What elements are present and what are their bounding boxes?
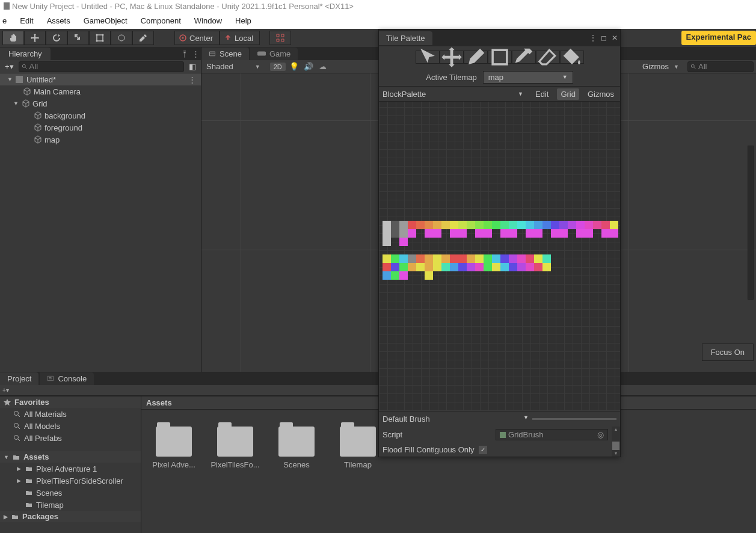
scene-scrollbar[interactable] [748,146,754,300]
palette-tile[interactable] [509,263,517,271]
palette-tile[interactable] [408,254,416,263]
handle-rotation-button[interactable]: Local [220,31,260,45]
palette-tile[interactable] [585,221,593,229]
palette-tile[interactable] [475,238,484,246]
palette-tile[interactable] [534,254,542,263]
palette-tile[interactable] [492,263,500,271]
palette-tile[interactable] [542,271,551,280]
project-folder[interactable]: PixelTilesFo... [212,427,258,533]
palette-tile[interactable] [391,254,399,263]
palette-tile[interactable] [610,221,618,229]
eraser-tool-button[interactable] [536,51,560,64]
palette-tile[interactable] [399,221,408,229]
palette-tile[interactable] [517,254,526,263]
hierarchy-scene-row[interactable]: ▼ Untitled* ⋮ [0,73,201,85]
palette-tile[interactable] [551,229,559,238]
menu-help[interactable]: Help [233,15,254,26]
palette-tile[interactable] [610,238,618,246]
palette-tile[interactable] [425,271,433,280]
scale-tool-button[interactable] [67,31,89,45]
palette-tile[interactable] [383,238,391,246]
palette-tile[interactable] [509,254,517,263]
hierarchy-item[interactable]: Main Camera [0,85,201,97]
2d-toggle[interactable]: 2D [270,63,286,71]
palette-tile[interactable] [416,229,425,238]
palette-tile[interactable] [576,229,585,238]
lighting-toggle-icon[interactable]: 💡 [288,62,300,71]
rect-tool-button[interactable] [89,31,111,45]
palette-tile[interactable] [593,221,601,229]
palette-tile[interactable] [559,229,568,238]
project-tab[interactable]: Project [0,372,38,385]
palette-tile[interactable] [484,263,492,271]
focus-on-button[interactable]: Focus On [702,344,754,361]
palette-tile[interactable] [585,238,593,246]
palette-tile[interactable] [399,271,408,280]
grid-snap-button[interactable] [269,31,291,45]
favorite-item[interactable]: All Models [0,420,141,432]
palette-tile[interactable] [433,271,441,280]
palette-tile[interactable] [526,238,534,246]
pivot-mode-button[interactable]: Center [174,31,220,45]
scene-tab[interactable]: Scene [201,48,249,60]
asset-folder-item[interactable]: Scenes [0,487,141,499]
expand-icon[interactable]: ▼ [4,454,9,460]
palette-tile[interactable] [416,254,425,263]
palette-tile[interactable] [433,254,441,263]
palette-tile[interactable] [441,254,450,263]
palette-tile[interactable] [408,238,416,246]
hierarchy-item[interactable]: ▼ Grid [0,97,201,109]
favorites-header[interactable]: Favorites [0,396,141,408]
palette-tile[interactable] [576,221,585,229]
palette-tile[interactable] [534,229,542,238]
palette-tile[interactable] [526,271,534,280]
palette-tile[interactable] [391,263,399,271]
palette-tile[interactable] [526,229,534,238]
palette-tile[interactable] [450,254,458,263]
palette-tile[interactable] [551,238,559,246]
palette-tile[interactable] [509,238,517,246]
palette-tile[interactable] [593,229,601,238]
palette-tile[interactable] [542,221,551,229]
palette-tile[interactable] [450,263,458,271]
palette-tile[interactable] [433,221,441,229]
palette-tile[interactable] [585,229,593,238]
palette-tile[interactable] [416,221,425,229]
palette-tile[interactable] [534,238,542,246]
palette-tile[interactable] [500,271,509,280]
favorite-item[interactable]: All Prefabs [0,432,141,444]
palette-tile[interactable] [534,263,542,271]
menu-file[interactable]: e [0,15,9,26]
palette-tile[interactable] [500,254,509,263]
assets-header[interactable]: ▼ Assets [0,451,141,463]
palette-tile[interactable] [441,221,450,229]
palette-tile[interactable] [568,229,576,238]
menu-window[interactable]: Window [192,15,224,26]
game-tab[interactable]: Game [250,48,298,60]
palette-tile[interactable] [542,238,551,246]
menu-gameobject[interactable]: GameObject [81,15,130,26]
palette-tile[interactable] [559,221,568,229]
palette-tile[interactable] [484,238,492,246]
palette-tile[interactable] [534,271,542,280]
palette-tile[interactable] [509,229,517,238]
edit-button[interactable]: Edit [533,90,551,99]
palette-tile[interactable] [492,254,500,263]
experimental-badge[interactable]: Experimental Pac [681,31,756,45]
palette-tile[interactable] [484,271,492,280]
palette-tile[interactable] [399,229,408,238]
palette-tile[interactable] [441,229,450,238]
palette-tile[interactable] [492,238,500,246]
palette-tile[interactable] [391,221,399,229]
palette-tile[interactable] [408,229,416,238]
palette-tile[interactable] [467,271,475,280]
palette-tile[interactable] [450,229,458,238]
rotate-tool-button[interactable] [46,31,67,45]
project-folder[interactable]: Pixel Adve... [151,427,197,533]
palette-tile[interactable] [484,221,492,229]
gizmos-dropdown[interactable]: Gizmos ▼ [639,62,685,71]
draw-mode-dropdown[interactable]: Shaded ▼ [204,62,268,71]
palette-tile[interactable] [467,238,475,246]
palette-tile[interactable] [542,263,551,271]
project-folder[interactable]: Tilemap [335,427,381,533]
